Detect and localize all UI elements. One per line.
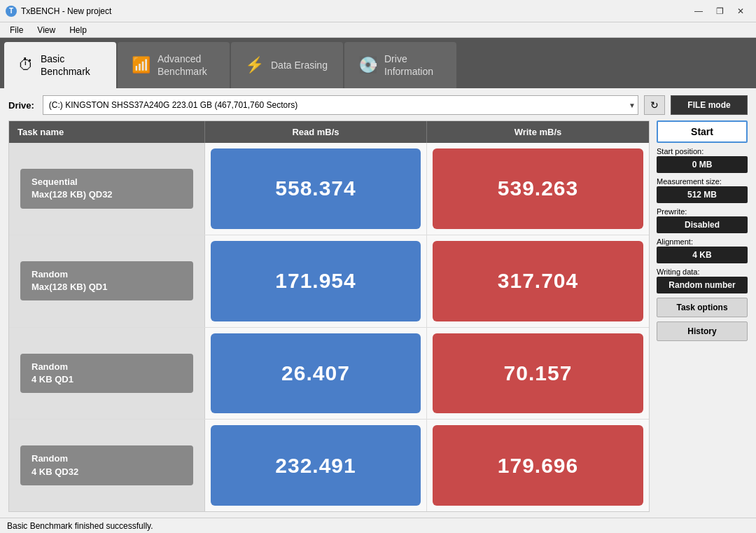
measurement-size-label: Measurement size: bbox=[657, 177, 748, 186]
table-row: Random4 KB QD32 232.491 179.696 bbox=[9, 420, 649, 511]
data-erasing-icon: ⚡ bbox=[245, 56, 264, 74]
table-row: RandomMax(128 KB) QD1 171.954 317.704 bbox=[9, 235, 649, 328]
task-options-button[interactable]: Task options bbox=[657, 298, 748, 317]
write-value-3: 70.157 bbox=[433, 333, 643, 414]
refresh-icon: ↻ bbox=[650, 99, 659, 111]
task-cell-1: SequentialMax(128 KB) QD32 bbox=[9, 143, 205, 235]
measurement-size-section: Measurement size: 512 MB bbox=[657, 177, 748, 203]
table-header: Task name Read mB/s Write mB/s bbox=[9, 121, 649, 143]
window-controls: — ❐ ✕ bbox=[689, 4, 750, 18]
advanced-benchmark-icon: 📶 bbox=[132, 56, 150, 74]
table-row: Random4 KB QD1 26.407 70.157 bbox=[9, 328, 649, 420]
header-write: Write mB/s bbox=[427, 121, 649, 143]
tab-advanced-label: AdvancedBenchmark bbox=[158, 53, 207, 78]
drive-refresh-button[interactable]: ↻ bbox=[644, 95, 665, 115]
drive-row: Drive: (C:) KINGSTON SHSS37A240G 223.01 … bbox=[8, 95, 748, 115]
status-bar: Basic Benchmark finished successfully. bbox=[0, 518, 756, 533]
tab-data-erasing[interactable]: ⚡ Data Erasing bbox=[231, 42, 343, 88]
read-value-3: 26.407 bbox=[211, 333, 421, 414]
tab-advanced-benchmark[interactable]: 📶 AdvancedBenchmark bbox=[118, 42, 230, 88]
alignment-section: Alignment: 4 KB bbox=[657, 237, 748, 263]
prewrite-label: Prewrite: bbox=[657, 207, 748, 216]
tab-basic-benchmark[interactable]: ⏱ BasicBenchmark bbox=[4, 42, 116, 88]
header-task: Task name bbox=[9, 121, 205, 143]
basic-benchmark-icon: ⏱ bbox=[18, 56, 34, 74]
minimize-button[interactable]: — bbox=[689, 4, 708, 18]
drive-label: Drive: bbox=[8, 100, 34, 111]
drive-info-icon: 💽 bbox=[358, 56, 377, 74]
write-cell-3: 70.157 bbox=[427, 328, 649, 420]
task-button-3[interactable]: Random4 KB QD1 bbox=[20, 354, 193, 393]
writing-data-value: Random number bbox=[657, 277, 748, 293]
start-position-section: Start position: 0 MB bbox=[657, 147, 748, 173]
status-text: Basic Benchmark finished successfully. bbox=[7, 521, 153, 531]
task-button-2[interactable]: RandomMax(128 KB) QD1 bbox=[20, 261, 193, 300]
content-area: Drive: (C:) KINGSTON SHSS37A240G 223.01 … bbox=[0, 88, 756, 518]
app-icon: T bbox=[6, 6, 17, 17]
task-button-4[interactable]: Random4 KB QD32 bbox=[20, 445, 193, 485]
task-button-1[interactable]: SequentialMax(128 KB) QD32 bbox=[20, 169, 193, 208]
drive-select[interactable]: (C:) KINGSTON SHSS37A240G 223.01 GB (467… bbox=[43, 95, 638, 115]
read-value-1: 558.374 bbox=[211, 148, 421, 229]
tab-drive-information[interactable]: 💽 DriveInformation bbox=[344, 42, 456, 88]
writing-data-label: Writing data: bbox=[657, 268, 748, 276]
benchmark-table: Task name Read mB/s Write mB/s Sequentia… bbox=[8, 120, 650, 512]
menu-bar: File View Help bbox=[0, 22, 756, 38]
start-position-label: Start position: bbox=[657, 147, 748, 155]
main-section: Task name Read mB/s Write mB/s Sequentia… bbox=[8, 120, 748, 512]
title-bar: T TxBENCH - New project — ❐ ✕ bbox=[0, 0, 756, 22]
writing-data-section: Writing data: Random number bbox=[657, 268, 748, 293]
tab-drive-label: DriveInformation bbox=[384, 53, 433, 78]
tab-erasing-label: Data Erasing bbox=[271, 59, 328, 71]
close-button[interactable]: ✕ bbox=[731, 4, 750, 18]
write-value-4: 179.696 bbox=[433, 425, 643, 506]
alignment-label: Alignment: bbox=[657, 237, 748, 246]
write-cell-4: 179.696 bbox=[427, 420, 649, 511]
task-cell-4: Random4 KB QD32 bbox=[9, 420, 205, 511]
menu-file[interactable]: File bbox=[3, 24, 30, 36]
tab-basic-label: BasicBenchmark bbox=[41, 53, 90, 78]
read-value-2: 171.954 bbox=[211, 241, 421, 321]
file-mode-button[interactable]: FILE mode bbox=[671, 95, 748, 115]
read-cell-4: 232.491 bbox=[205, 420, 427, 511]
prewrite-value: Disabled bbox=[657, 216, 748, 233]
restore-button[interactable]: ❐ bbox=[710, 4, 729, 18]
start-button[interactable]: Start bbox=[657, 120, 748, 143]
task-cell-2: RandomMax(128 KB) QD1 bbox=[9, 235, 205, 327]
table-body: SequentialMax(128 KB) QD32 558.374 539.2… bbox=[9, 143, 649, 511]
read-cell-3: 26.407 bbox=[205, 328, 427, 420]
read-cell-2: 171.954 bbox=[205, 235, 427, 327]
write-value-2: 317.704 bbox=[433, 241, 643, 321]
menu-help[interactable]: Help bbox=[62, 24, 94, 36]
read-value-4: 232.491 bbox=[211, 425, 421, 506]
tab-bar: ⏱ BasicBenchmark 📶 AdvancedBenchmark ⚡ D… bbox=[0, 38, 756, 88]
right-panel: Start Start position: 0 MB Measurement s… bbox=[657, 120, 748, 512]
read-cell-1: 558.374 bbox=[205, 143, 427, 235]
alignment-value: 4 KB bbox=[657, 247, 748, 263]
drive-select-wrapper: (C:) KINGSTON SHSS37A240G 223.01 GB (467… bbox=[43, 95, 638, 115]
measurement-size-value: 512 MB bbox=[657, 186, 748, 203]
history-button[interactable]: History bbox=[657, 321, 748, 341]
menu-view[interactable]: View bbox=[30, 24, 62, 36]
write-value-1: 539.263 bbox=[433, 148, 643, 229]
write-cell-2: 317.704 bbox=[427, 235, 649, 327]
write-cell-1: 539.263 bbox=[427, 143, 649, 235]
window-title: TxBENCH - New project bbox=[21, 6, 689, 16]
prewrite-section: Prewrite: Disabled bbox=[657, 207, 748, 233]
header-read: Read mB/s bbox=[205, 121, 427, 143]
table-row: SequentialMax(128 KB) QD32 558.374 539.2… bbox=[9, 143, 649, 235]
task-cell-3: Random4 KB QD1 bbox=[9, 328, 205, 420]
start-position-value: 0 MB bbox=[657, 156, 748, 173]
